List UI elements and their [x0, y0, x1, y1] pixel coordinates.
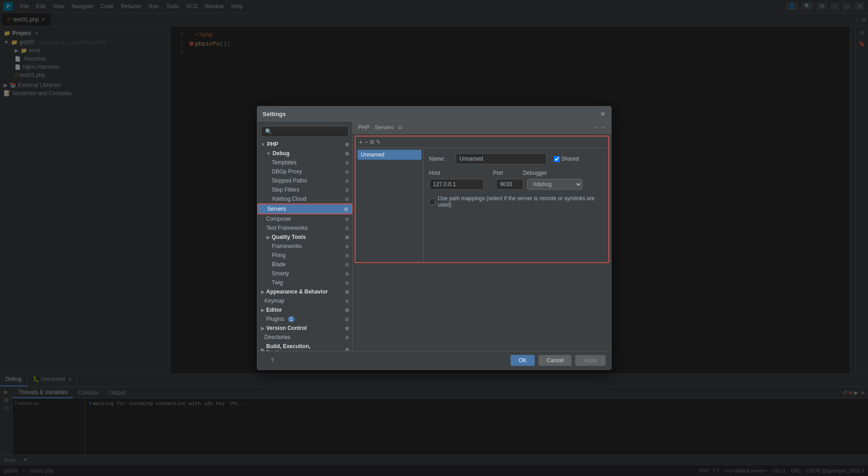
breadcrumb-separator: ›	[371, 124, 373, 131]
settings-frameworks-item[interactable]: Frameworks ⊞	[257, 242, 352, 251]
phing-label: Phing	[272, 252, 286, 258]
debug-expand-icon: ▼	[266, 151, 271, 156]
testframeworks-settings-icon[interactable]: ⊞	[345, 226, 349, 231]
appearance-expand-icon: ▶	[261, 289, 265, 294]
build-label: Build, Execution, Deployment	[266, 343, 343, 351]
settings-php-group[interactable]: ▼ PHP ⊞	[257, 140, 352, 149]
skipped-label: Skipped Paths	[272, 177, 307, 184]
settings-blade-item[interactable]: Blade ⊞	[257, 260, 352, 269]
settings-templates-item[interactable]: Templates ⊞	[257, 158, 352, 167]
settings-plugins-item[interactable]: Plugins 1 ⊞	[257, 314, 352, 324]
plugins-badge: 1	[288, 316, 295, 322]
appearance-label: Appearance & Behavior	[266, 289, 328, 295]
vcs-settings-icon[interactable]: ⊞	[345, 326, 349, 331]
appearance-settings-icon[interactable]: ⊞	[345, 289, 349, 294]
templates-settings-icon[interactable]: ⊞	[345, 160, 349, 165]
blade-settings-icon[interactable]: ⊞	[345, 262, 349, 267]
debugger-select[interactable]: Xdebug Zend Debugger	[527, 179, 582, 190]
settings-testframeworks-item[interactable]: Test Frameworks ⊞	[257, 223, 352, 233]
editor-label: Editor	[266, 307, 282, 313]
settings-php-label: PHP	[267, 141, 278, 147]
breadcrumb-servers: Servers	[375, 124, 393, 131]
settings-vcs-group[interactable]: ▶ Version Control ⊞	[257, 324, 352, 333]
port-input[interactable]	[496, 179, 523, 190]
xdebug-label: Xdebug.Cloud	[272, 196, 306, 202]
nav-back-icon[interactable]: ←	[593, 124, 598, 131]
server-unnamed-item[interactable]: Unnamed	[357, 150, 421, 160]
server-edit-button[interactable]: ✎	[376, 139, 381, 145]
frameworks-settings-icon[interactable]: ⊞	[345, 244, 349, 249]
directories-settings-icon[interactable]: ⊞	[345, 335, 349, 340]
dialog-close-button[interactable]: ✕	[600, 110, 606, 117]
twig-settings-icon[interactable]: ⊞	[345, 280, 349, 285]
editor-settings-icon[interactable]: ⊞	[345, 308, 349, 313]
host-input[interactable]	[429, 179, 484, 190]
settings-editor-group[interactable]: ▶ Editor ⊞	[257, 305, 352, 314]
servers-label: Servers	[267, 206, 286, 212]
blade-label: Blade	[272, 261, 286, 268]
server-remove-button[interactable]: −	[365, 138, 368, 146]
path-mappings-checkbox[interactable]	[429, 198, 436, 205]
xdebug-settings-icon[interactable]: ⊞	[345, 197, 349, 202]
keymap-label: Keymap	[265, 298, 285, 304]
name-input[interactable]	[456, 153, 547, 164]
build-settings-icon[interactable]: ⊞	[345, 347, 349, 351]
help-button[interactable]: ?	[263, 355, 282, 366]
keymap-settings-icon[interactable]: ⊞	[345, 299, 349, 304]
settings-composer-item[interactable]: Composer ⊞	[257, 214, 352, 223]
stepfilters-settings-icon[interactable]: ⊞	[345, 187, 349, 192]
apply-button[interactable]: Apply	[575, 355, 605, 366]
dbgp-settings-icon[interactable]: ⊞	[345, 169, 349, 174]
shared-checkbox[interactable]	[554, 156, 560, 162]
breadcrumb-copy-icon[interactable]: ⧉	[398, 124, 402, 131]
server-panel: Unnamed Name: Sh	[356, 148, 608, 262]
dialog-footer: ? OK Cancel Apply	[257, 351, 611, 370]
settings-build-group[interactable]: ▶ Build, Execution, Deployment ⊞	[257, 342, 352, 351]
smarty-label: Smarty	[272, 270, 289, 277]
smarty-settings-icon[interactable]: ⊞	[345, 271, 349, 276]
cancel-button[interactable]: Cancel	[538, 355, 572, 366]
dialog-title-bar: Settings ✕	[257, 106, 611, 122]
settings-qualitytools-group[interactable]: ▶ Quality Tools ⊞	[257, 233, 352, 242]
debug-settings-icon[interactable]: ⊞	[345, 151, 349, 156]
settings-dbgp-item[interactable]: DBGp Proxy ⊞	[257, 167, 352, 176]
settings-search-input[interactable]	[261, 126, 349, 137]
field-labels-row: Host Port Debugger	[429, 170, 603, 176]
frameworks-label: Frameworks	[272, 243, 302, 249]
breadcrumb-php: PHP	[358, 124, 370, 131]
nav-forward-icon[interactable]: →	[600, 124, 606, 131]
server-copy-button[interactable]: ⧉	[370, 139, 374, 145]
dialog-body: ▼ PHP ⊞ ▼ Debug ⊞ Templates ⊞	[257, 122, 611, 351]
editor-expand-icon: ▶	[261, 308, 265, 313]
php-settings-icon[interactable]: ⊞	[345, 142, 349, 147]
field-values-row: : Xdebug Zend Debugger	[429, 179, 603, 190]
ok-button[interactable]: OK	[511, 355, 535, 366]
name-row: Name: Shared	[429, 153, 603, 164]
settings-debug-group[interactable]: ▼ Debug ⊞	[257, 149, 352, 158]
settings-right-panel: PHP › Servers ⧉ ← → +	[353, 122, 611, 351]
composer-settings-icon[interactable]: ⊞	[345, 217, 349, 222]
phing-settings-icon[interactable]: ⊞	[345, 253, 349, 258]
shared-label: Shared	[562, 156, 579, 162]
testframeworks-label: Test Frameworks	[266, 225, 308, 231]
settings-stepfilters-item[interactable]: Step Filters ⊞	[257, 185, 352, 194]
settings-twig-item[interactable]: Twig ⊞	[257, 278, 352, 287]
settings-xdebug-item[interactable]: Xdebug.Cloud ⊞	[257, 194, 352, 203]
settings-servers-item[interactable]: Servers ⊞	[257, 203, 352, 214]
stepfilters-label: Step Filters	[272, 187, 300, 193]
settings-skipped-item[interactable]: Skipped Paths ⊞	[257, 176, 352, 185]
dbgp-label: DBGp Proxy	[272, 168, 302, 175]
servers-settings-icon[interactable]: ⊞	[344, 207, 348, 212]
path-mappings-row: Use path mappings (select if the server …	[429, 195, 603, 208]
quality-settings-icon[interactable]: ⊞	[345, 235, 349, 240]
server-add-button[interactable]: +	[359, 138, 363, 146]
settings-directories-item[interactable]: Directories ⊞	[257, 333, 352, 342]
skipped-settings-icon[interactable]: ⊞	[345, 178, 349, 183]
settings-keymap-item[interactable]: Keymap ⊞	[257, 296, 352, 305]
plugins-settings-icon[interactable]: ⊞	[345, 317, 349, 322]
settings-smarty-item[interactable]: Smarty ⊞	[257, 269, 352, 278]
settings-appearance-group[interactable]: ▶ Appearance & Behavior ⊞	[257, 287, 352, 296]
settings-right-header: PHP › Servers ⧉ ← →	[353, 122, 611, 134]
vcs-label: Version Control	[266, 325, 307, 331]
settings-phing-item[interactable]: Phing ⊞	[257, 251, 352, 260]
